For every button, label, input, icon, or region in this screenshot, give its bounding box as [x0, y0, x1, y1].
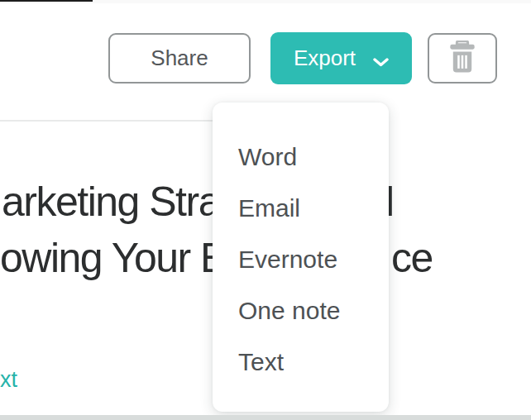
doc-title-line1-left-fragment: arketing Stra — [2, 179, 220, 225]
export-dropdown-menu: Word Email Evernote One note Text — [213, 103, 389, 412]
top-left-dark-bar — [0, 0, 93, 2]
menu-item-onenote[interactable]: One note — [213, 285, 389, 336]
app-canvas: Share Export arketing Stra l owing Your … — [0, 0, 531, 420]
menu-item-word[interactable]: Word — [213, 131, 389, 183]
share-button-label: Share — [151, 45, 208, 71]
export-button-label: Export — [294, 45, 356, 71]
export-button[interactable]: Export — [270, 32, 412, 84]
menu-item-evernote[interactable]: Evernote — [213, 234, 389, 285]
doc-title-line2-left-fragment: owing Your E — [0, 236, 227, 281]
menu-item-email[interactable]: Email — [213, 183, 389, 234]
toolbar-divider — [0, 120, 225, 122]
bottom-edge-band — [0, 415, 531, 420]
doc-title-line2-right-fragment: ce — [391, 236, 433, 281]
chevron-down-icon — [373, 47, 389, 73]
share-button[interactable]: Share — [108, 33, 251, 84]
trash-icon — [449, 41, 476, 77]
text-link-fragment[interactable]: xt — [0, 368, 17, 393]
menu-item-text[interactable]: Text — [213, 336, 389, 388]
delete-button[interactable] — [428, 33, 497, 84]
